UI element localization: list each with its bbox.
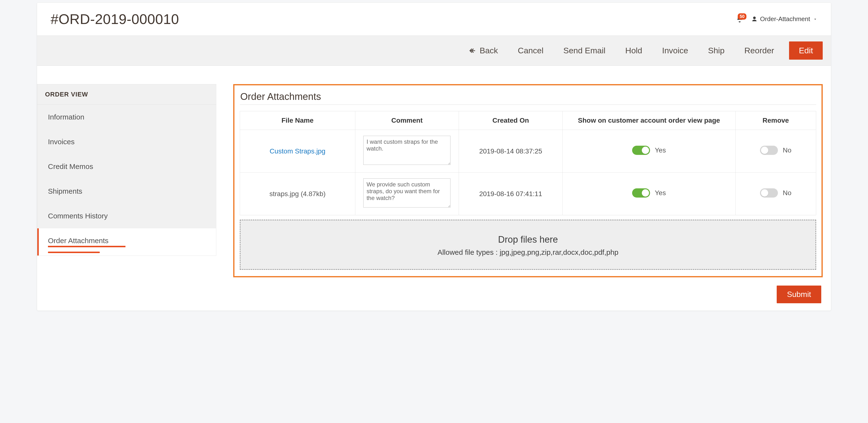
created-on-cell: 2019-08-16 07:41:11 xyxy=(459,173,563,215)
attachments-table: File Name Comment Created On Show on cus… xyxy=(240,111,816,215)
arrow-left-icon xyxy=(469,47,476,55)
notifications-button[interactable]: 50 xyxy=(736,15,744,23)
sidebar-title: ORDER VIEW xyxy=(37,84,216,105)
cancel-button[interactable]: Cancel xyxy=(513,43,548,58)
toggle-label: Yes xyxy=(655,146,666,154)
col-remove: Remove xyxy=(735,111,816,130)
col-comment: Comment xyxy=(355,111,459,130)
order-attachments-content: Order Attachments File Name Comment Crea… xyxy=(233,84,823,311)
sidebar-item-order-attachments[interactable]: Order Attachments xyxy=(37,228,216,255)
user-icon xyxy=(751,16,757,22)
sidebar-item-comments-history[interactable]: Comments History xyxy=(37,204,216,228)
back-button[interactable]: Back xyxy=(464,43,503,58)
attachments-highlight: Order Attachments File Name Comment Crea… xyxy=(233,84,823,277)
order-title: #ORD-2019-000010 xyxy=(51,11,179,27)
created-on-cell: 2019-08-14 08:37:25 xyxy=(459,130,563,173)
comment-textarea[interactable] xyxy=(363,136,451,165)
page-header: #ORD-2019-000010 50 Order-Attachment xyxy=(37,3,831,36)
edit-button[interactable]: Edit xyxy=(789,41,823,60)
show-on-customer-toggle[interactable] xyxy=(632,146,650,155)
col-show-on-customer: Show on customer account order view page xyxy=(563,111,736,130)
panel-title: Order Attachments xyxy=(240,91,816,102)
dropzone-title: Drop files here xyxy=(245,234,811,245)
invoice-button[interactable]: Invoice xyxy=(657,43,693,58)
header-right: 50 Order-Attachment xyxy=(736,15,817,23)
toggle-label: Yes xyxy=(655,189,666,197)
sidebar-item-invoices[interactable]: Invoices xyxy=(37,130,216,154)
sidebar-item-information[interactable]: Information xyxy=(37,105,216,130)
remove-toggle[interactable] xyxy=(760,146,778,155)
comment-textarea[interactable] xyxy=(363,178,451,207)
chevron-down-icon xyxy=(813,17,817,21)
hold-button[interactable]: Hold xyxy=(620,43,647,58)
send-email-button[interactable]: Send Email xyxy=(558,43,610,58)
dropzone-subtitle: Allowed file types : jpg,jpeg,png,zip,ra… xyxy=(245,248,811,256)
reorder-button[interactable]: Reorder xyxy=(740,43,779,58)
show-on-customer-toggle[interactable] xyxy=(632,188,650,198)
table-row: straps.jpg (4.87kb) 2019-08-16 07:41:11 … xyxy=(240,173,816,215)
sidebar-item-credit-memos[interactable]: Credit Memos xyxy=(37,154,216,179)
submit-button[interactable]: Submit xyxy=(777,286,821,303)
user-menu[interactable]: Order-Attachment xyxy=(751,15,817,23)
table-row: Custom Straps.jpg 2019-08-14 08:37:25 Ye… xyxy=(240,130,816,173)
order-view-sidebar: ORDER VIEW Information Invoices Credit M… xyxy=(37,84,216,256)
order-admin-card: #ORD-2019-000010 50 Order-Attachment Bac… xyxy=(37,2,831,311)
order-action-bar: Back Cancel Send Email Hold Invoice Ship… xyxy=(37,36,831,66)
notifications-count-badge: 50 xyxy=(738,13,746,20)
toggle-label: No xyxy=(783,189,792,197)
ship-button[interactable]: Ship xyxy=(703,43,730,58)
col-created-on: Created On xyxy=(459,111,563,130)
sidebar-item-shipments[interactable]: Shipments xyxy=(37,179,216,204)
user-label: Order-Attachment xyxy=(760,15,810,23)
file-name-text: straps.jpg (4.87kb) xyxy=(269,190,326,198)
remove-toggle[interactable] xyxy=(760,188,778,198)
file-dropzone[interactable]: Drop files here Allowed file types : jpg… xyxy=(240,220,816,270)
file-link[interactable]: Custom Straps.jpg xyxy=(270,147,325,155)
toggle-label: No xyxy=(783,146,792,154)
col-file-name: File Name xyxy=(240,111,355,130)
